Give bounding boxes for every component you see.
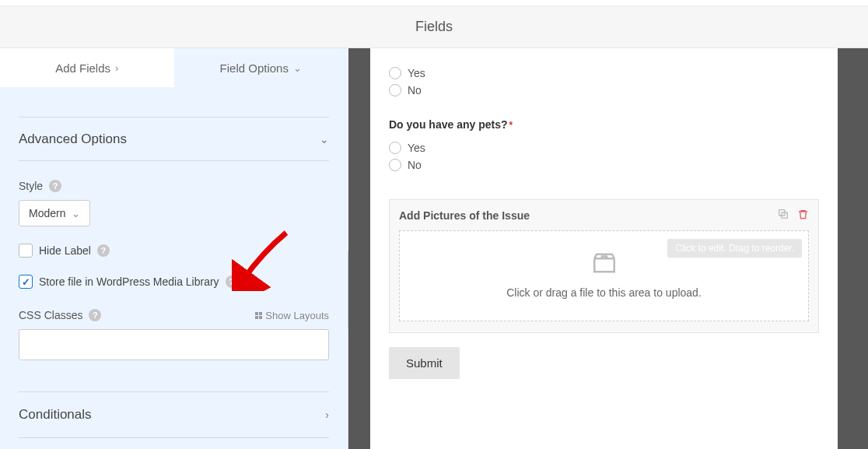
duplicate-icon[interactable] <box>777 208 789 223</box>
show-layouts-link[interactable]: Show Layouts <box>255 310 329 321</box>
grid-icon <box>255 312 262 319</box>
radio-icon <box>389 159 401 171</box>
style-label: Style <box>19 180 43 192</box>
conditionals-header[interactable]: Conditionals › <box>19 391 329 438</box>
style-select-value: Modern <box>29 207 65 219</box>
help-icon[interactable]: ? <box>49 180 61 192</box>
radio-group-1: Yes No <box>389 67 819 96</box>
chevron-down-icon: ⌄ <box>320 133 329 146</box>
radio-option-yes[interactable]: Yes <box>389 67 819 79</box>
file-drop-zone[interactable]: Click to edit. Drag to reorder. Click or… <box>399 230 809 321</box>
form-preview-area: Yes No Do you have any pets?* Yes No <box>348 48 868 449</box>
chevron-right-icon: › <box>115 62 118 74</box>
form-card: Yes No Do you have any pets?* Yes No <box>370 48 838 449</box>
style-select[interactable]: Modern ⌄ <box>19 200 90 226</box>
radio-option-no[interactable]: No <box>389 84 819 96</box>
show-layouts-label: Show Layouts <box>265 310 329 321</box>
chevron-right-icon: › <box>325 409 329 421</box>
radio-option-no[interactable]: No <box>389 159 819 171</box>
radio-label: No <box>408 84 422 96</box>
css-classes-label: CSS Classes <box>19 309 82 321</box>
conditionals-title: Conditionals <box>19 407 92 423</box>
tab-add-fields[interactable]: Add Fields › <box>0 48 174 87</box>
radio-icon <box>389 67 401 79</box>
radio-label: Yes <box>408 142 425 154</box>
sidebar: Add Fields › Field Options ⌄ Advanced Op… <box>0 48 348 449</box>
hide-label-text: Hide Label <box>39 244 91 257</box>
store-media-text: Store file in WordPress Media Library <box>39 275 219 288</box>
radio-label: No <box>408 159 422 171</box>
submit-button[interactable]: Submit <box>389 347 460 379</box>
hide-label-checkbox[interactable] <box>19 244 33 258</box>
advanced-options-title: Advanced Options <box>19 132 127 147</box>
radio-label: Yes <box>408 67 425 79</box>
advanced-options-header[interactable]: Advanced Options ⌄ <box>19 118 329 161</box>
tab-field-options[interactable]: Field Options ⌄ <box>174 48 348 87</box>
upload-field[interactable]: Add Pictures of the Issue Click to edit.… <box>389 199 819 333</box>
required-asterisk: * <box>509 120 513 131</box>
radio-icon <box>389 142 401 154</box>
help-icon[interactable]: ? <box>89 309 101 321</box>
trash-icon[interactable] <box>797 209 809 223</box>
store-media-checkbox[interactable] <box>19 275 33 289</box>
drop-zone-text: Click or drag a file to this area to upl… <box>409 286 799 299</box>
help-icon[interactable]: ? <box>226 275 238 288</box>
help-icon[interactable]: ? <box>97 244 110 257</box>
edit-tooltip: Click to edit. Drag to reorder. <box>667 239 802 258</box>
radio-group-2: Yes No <box>389 142 819 171</box>
radio-option-yes[interactable]: Yes <box>389 142 819 154</box>
chevron-down-icon: ⌄ <box>72 208 80 219</box>
radio-icon <box>389 84 401 96</box>
question-pets: Do you have any pets?* <box>389 118 819 131</box>
tab-field-options-label: Field Options <box>220 61 289 75</box>
chevron-down-icon: ⌄ <box>293 62 302 74</box>
tab-add-fields-label: Add Fields <box>55 61 110 75</box>
title-bar: Fields <box>0 6 868 48</box>
css-classes-input[interactable] <box>19 329 329 360</box>
upload-field-title: Add Pictures of the Issue <box>399 209 530 222</box>
page-title: Fields <box>415 19 453 35</box>
